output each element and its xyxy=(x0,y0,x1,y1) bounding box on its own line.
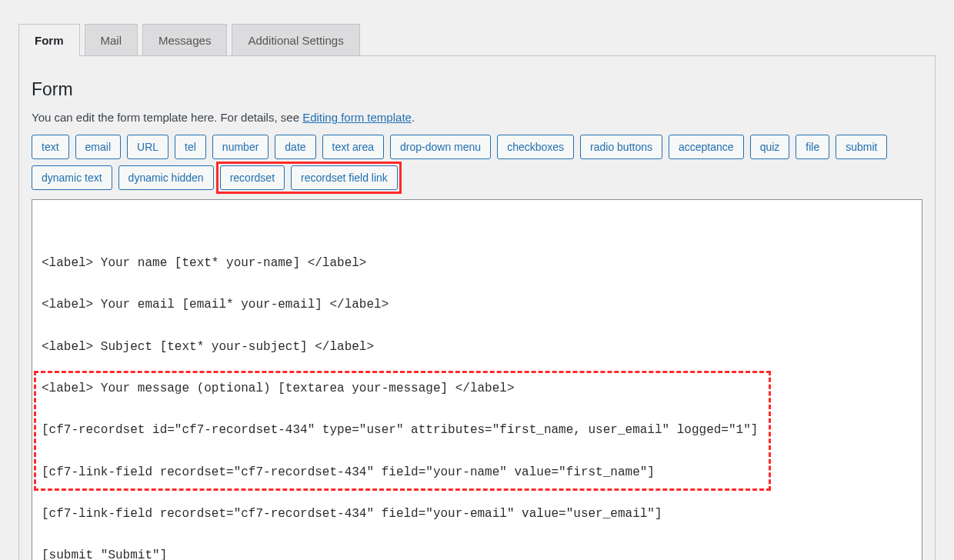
tag-text-button[interactable]: text xyxy=(32,135,69,159)
tag-dropdown-button[interactable]: drop-down menu xyxy=(390,135,491,159)
panel-heading: Form xyxy=(32,79,922,100)
tab-bar: Form Mail Messages Additional Settings xyxy=(18,23,936,55)
tag-recordset-button[interactable]: recordset xyxy=(220,165,285,190)
tag-button-bar: text email URL tel number date text area… xyxy=(32,135,922,190)
tab-additional-settings[interactable]: Additional Settings xyxy=(232,24,359,56)
tag-date-button[interactable]: date xyxy=(275,135,315,159)
tab-form[interactable]: Form xyxy=(18,24,80,56)
tag-acceptance-button[interactable]: acceptance xyxy=(669,135,744,159)
tag-number-button[interactable]: number xyxy=(212,135,269,159)
tag-submit-button[interactable]: submit xyxy=(836,135,887,159)
panel-description-suffix: . xyxy=(412,111,415,124)
form-template-editor[interactable]: <label> Your name [text* your-name] </la… xyxy=(32,199,922,560)
tag-checkboxes-button[interactable]: checkboxes xyxy=(497,135,574,159)
form-template-content: <label> Your name [text* your-name] </la… xyxy=(42,253,912,560)
tag-dynamic-text-button[interactable]: dynamic text xyxy=(32,165,112,190)
tag-quiz-button[interactable]: quiz xyxy=(750,135,790,159)
tab-messages[interactable]: Messages xyxy=(142,24,227,56)
tag-email-button[interactable]: email xyxy=(75,135,121,159)
tag-file-button[interactable]: file xyxy=(796,135,829,159)
tab-mail[interactable]: Mail xyxy=(85,24,138,56)
tag-dynamic-hidden-button[interactable]: dynamic hidden xyxy=(118,165,214,190)
tag-recordset-field-link-button[interactable]: recordset field link xyxy=(291,165,398,190)
form-panel: Form You can edit the form template here… xyxy=(18,55,936,560)
tag-textarea-button[interactable]: text area xyxy=(322,135,384,159)
panel-description: You can edit the form template here. For… xyxy=(32,111,922,124)
panel-description-prefix: You can edit the form template here. For… xyxy=(32,111,302,124)
tag-radio-button[interactable]: radio buttons xyxy=(580,135,662,159)
tag-url-button[interactable]: URL xyxy=(127,135,168,159)
editing-form-template-link[interactable]: Editing form template xyxy=(302,111,412,124)
tag-tel-button[interactable]: tel xyxy=(175,135,206,159)
